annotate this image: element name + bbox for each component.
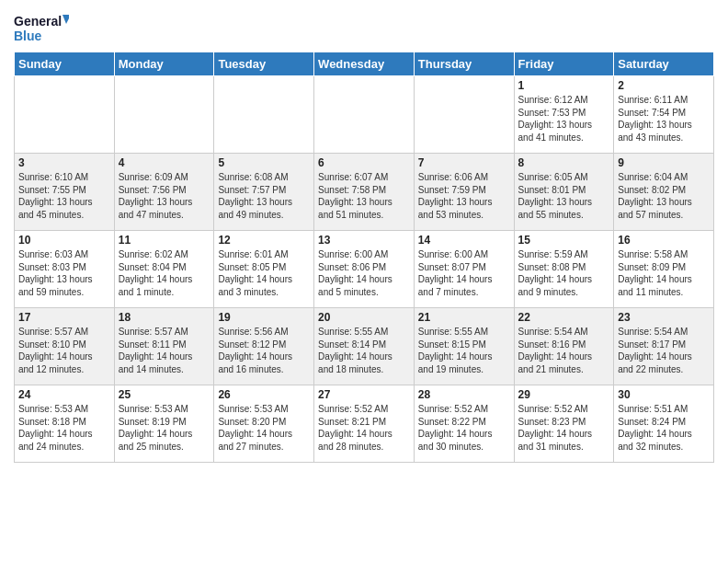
day-info: Sunrise: 5:51 AMSunset: 8:24 PMDaylight:… bbox=[618, 403, 710, 453]
calendar-cell: 26Sunrise: 5:53 AMSunset: 8:20 PMDayligh… bbox=[214, 385, 314, 463]
calendar-cell: 17Sunrise: 5:57 AMSunset: 8:10 PMDayligh… bbox=[15, 308, 115, 385]
calendar-cell: 20Sunrise: 5:55 AMSunset: 8:14 PMDayligh… bbox=[314, 308, 415, 385]
day-info: Sunrise: 5:52 AMSunset: 8:22 PMDaylight:… bbox=[418, 403, 510, 453]
header: General Blue bbox=[14, 9, 714, 46]
day-number: 28 bbox=[418, 388, 510, 401]
day-number: 23 bbox=[618, 311, 710, 324]
calendar-cell bbox=[314, 76, 415, 154]
calendar-cell: 8Sunrise: 6:05 AMSunset: 8:01 PMDaylight… bbox=[514, 154, 614, 231]
day-info: Sunrise: 6:07 AMSunset: 7:58 PMDaylight:… bbox=[318, 171, 410, 221]
calendar-cell: 22Sunrise: 5:54 AMSunset: 8:16 PMDayligh… bbox=[514, 308, 614, 385]
weekday-header: Thursday bbox=[414, 52, 514, 76]
day-number: 25 bbox=[119, 388, 210, 401]
day-number: 24 bbox=[18, 388, 110, 401]
calendar: SundayMondayTuesdayWednesdayThursdayFrid… bbox=[14, 52, 714, 463]
calendar-cell: 19Sunrise: 5:56 AMSunset: 8:12 PMDayligh… bbox=[214, 308, 314, 385]
day-info: Sunrise: 5:53 AMSunset: 8:19 PMDaylight:… bbox=[119, 403, 210, 453]
weekday-header: Tuesday bbox=[214, 52, 314, 76]
calendar-cell: 11Sunrise: 6:02 AMSunset: 8:04 PMDayligh… bbox=[114, 231, 214, 308]
calendar-cell: 25Sunrise: 5:53 AMSunset: 8:19 PMDayligh… bbox=[114, 385, 214, 463]
day-info: Sunrise: 5:59 AMSunset: 8:08 PMDaylight:… bbox=[518, 248, 610, 298]
calendar-cell: 3Sunrise: 6:10 AMSunset: 7:55 PMDaylight… bbox=[15, 154, 115, 231]
svg-marker-2 bbox=[63, 15, 69, 24]
day-info: Sunrise: 5:56 AMSunset: 8:12 PMDaylight:… bbox=[218, 326, 310, 375]
day-info: Sunrise: 6:03 AMSunset: 8:03 PMDaylight:… bbox=[18, 248, 110, 298]
calendar-header: SundayMondayTuesdayWednesdayThursdayFrid… bbox=[15, 52, 714, 76]
day-info: Sunrise: 5:53 AMSunset: 8:18 PMDaylight:… bbox=[18, 403, 110, 453]
calendar-cell: 9Sunrise: 6:04 AMSunset: 8:02 PMDaylight… bbox=[614, 154, 714, 231]
calendar-cell: 2Sunrise: 6:11 AMSunset: 7:54 PMDaylight… bbox=[614, 76, 714, 154]
day-info: Sunrise: 6:12 AMSunset: 7:53 PMDaylight:… bbox=[518, 94, 610, 144]
calendar-week-row: 24Sunrise: 5:53 AMSunset: 8:18 PMDayligh… bbox=[15, 385, 714, 463]
calendar-cell: 10Sunrise: 6:03 AMSunset: 8:03 PMDayligh… bbox=[15, 231, 115, 308]
day-info: Sunrise: 6:02 AMSunset: 8:04 PMDaylight:… bbox=[119, 248, 210, 298]
day-info: Sunrise: 6:10 AMSunset: 7:55 PMDaylight:… bbox=[18, 171, 110, 221]
day-number: 7 bbox=[418, 156, 510, 169]
calendar-cell: 16Sunrise: 5:58 AMSunset: 8:09 PMDayligh… bbox=[614, 231, 714, 308]
calendar-cell: 24Sunrise: 5:53 AMSunset: 8:18 PMDayligh… bbox=[15, 385, 115, 463]
page: General Blue SundayMondayTuesdayWednesda… bbox=[0, 0, 728, 472]
day-number: 10 bbox=[18, 234, 110, 247]
calendar-week-row: 17Sunrise: 5:57 AMSunset: 8:10 PMDayligh… bbox=[15, 308, 714, 385]
calendar-week-row: 1Sunrise: 6:12 AMSunset: 7:53 PMDaylight… bbox=[15, 76, 714, 154]
day-info: Sunrise: 6:00 AMSunset: 8:07 PMDaylight:… bbox=[418, 248, 510, 298]
logo-svg: General Blue bbox=[14, 9, 69, 46]
day-number: 26 bbox=[218, 388, 310, 401]
weekday-header: Monday bbox=[114, 52, 214, 76]
calendar-cell: 5Sunrise: 6:08 AMSunset: 7:57 PMDaylight… bbox=[214, 154, 314, 231]
day-number: 20 bbox=[318, 311, 410, 324]
day-info: Sunrise: 5:55 AMSunset: 8:15 PMDaylight:… bbox=[418, 326, 510, 375]
day-info: Sunrise: 5:54 AMSunset: 8:16 PMDaylight:… bbox=[518, 326, 610, 375]
calendar-body: 1Sunrise: 6:12 AMSunset: 7:53 PMDaylight… bbox=[15, 76, 714, 463]
day-number: 8 bbox=[518, 156, 610, 169]
calendar-cell bbox=[414, 76, 514, 154]
day-number: 12 bbox=[218, 234, 310, 247]
calendar-cell: 15Sunrise: 5:59 AMSunset: 8:08 PMDayligh… bbox=[514, 231, 614, 308]
day-number: 18 bbox=[119, 311, 210, 324]
calendar-cell: 23Sunrise: 5:54 AMSunset: 8:17 PMDayligh… bbox=[614, 308, 714, 385]
day-number: 17 bbox=[18, 311, 110, 324]
weekday-header: Wednesday bbox=[314, 52, 415, 76]
day-number: 9 bbox=[618, 156, 710, 169]
calendar-cell: 6Sunrise: 6:07 AMSunset: 7:58 PMDaylight… bbox=[314, 154, 415, 231]
calendar-cell bbox=[114, 76, 214, 154]
svg-text:Blue: Blue bbox=[14, 29, 42, 43]
logo: General Blue bbox=[14, 9, 69, 46]
day-number: 6 bbox=[318, 156, 410, 169]
calendar-cell: 30Sunrise: 5:51 AMSunset: 8:24 PMDayligh… bbox=[614, 385, 714, 463]
weekday-header: Sunday bbox=[15, 52, 115, 76]
calendar-cell bbox=[15, 76, 115, 154]
day-number: 4 bbox=[119, 156, 210, 169]
weekday-row: SundayMondayTuesdayWednesdayThursdayFrid… bbox=[15, 52, 714, 76]
calendar-cell bbox=[214, 76, 314, 154]
calendar-cell: 13Sunrise: 6:00 AMSunset: 8:06 PMDayligh… bbox=[314, 231, 415, 308]
day-info: Sunrise: 5:58 AMSunset: 8:09 PMDaylight:… bbox=[618, 248, 710, 298]
day-number: 29 bbox=[518, 388, 610, 401]
calendar-cell: 7Sunrise: 6:06 AMSunset: 7:59 PMDaylight… bbox=[414, 154, 514, 231]
day-number: 13 bbox=[318, 234, 410, 247]
day-info: Sunrise: 6:01 AMSunset: 8:05 PMDaylight:… bbox=[218, 248, 310, 298]
day-number: 15 bbox=[518, 234, 610, 247]
calendar-cell: 21Sunrise: 5:55 AMSunset: 8:15 PMDayligh… bbox=[414, 308, 514, 385]
day-number: 11 bbox=[119, 234, 210, 247]
day-info: Sunrise: 6:05 AMSunset: 8:01 PMDaylight:… bbox=[518, 171, 610, 221]
day-info: Sunrise: 6:08 AMSunset: 7:57 PMDaylight:… bbox=[218, 171, 310, 221]
calendar-cell: 18Sunrise: 5:57 AMSunset: 8:11 PMDayligh… bbox=[114, 308, 214, 385]
weekday-header: Friday bbox=[514, 52, 614, 76]
calendar-cell: 14Sunrise: 6:00 AMSunset: 8:07 PMDayligh… bbox=[414, 231, 514, 308]
day-info: Sunrise: 5:52 AMSunset: 8:21 PMDaylight:… bbox=[318, 403, 410, 453]
day-number: 14 bbox=[418, 234, 510, 247]
day-info: Sunrise: 5:57 AMSunset: 8:10 PMDaylight:… bbox=[18, 326, 110, 375]
day-number: 5 bbox=[218, 156, 310, 169]
day-info: Sunrise: 6:04 AMSunset: 8:02 PMDaylight:… bbox=[618, 171, 710, 221]
calendar-cell: 27Sunrise: 5:52 AMSunset: 8:21 PMDayligh… bbox=[314, 385, 415, 463]
day-info: Sunrise: 5:54 AMSunset: 8:17 PMDaylight:… bbox=[618, 326, 710, 375]
calendar-week-row: 3Sunrise: 6:10 AMSunset: 7:55 PMDaylight… bbox=[15, 154, 714, 231]
day-number: 21 bbox=[418, 311, 510, 324]
calendar-cell: 4Sunrise: 6:09 AMSunset: 7:56 PMDaylight… bbox=[114, 154, 214, 231]
calendar-week-row: 10Sunrise: 6:03 AMSunset: 8:03 PMDayligh… bbox=[15, 231, 714, 308]
day-number: 2 bbox=[618, 79, 710, 92]
calendar-cell: 1Sunrise: 6:12 AMSunset: 7:53 PMDaylight… bbox=[514, 76, 614, 154]
day-info: Sunrise: 6:06 AMSunset: 7:59 PMDaylight:… bbox=[418, 171, 510, 221]
svg-text:General: General bbox=[14, 14, 62, 29]
